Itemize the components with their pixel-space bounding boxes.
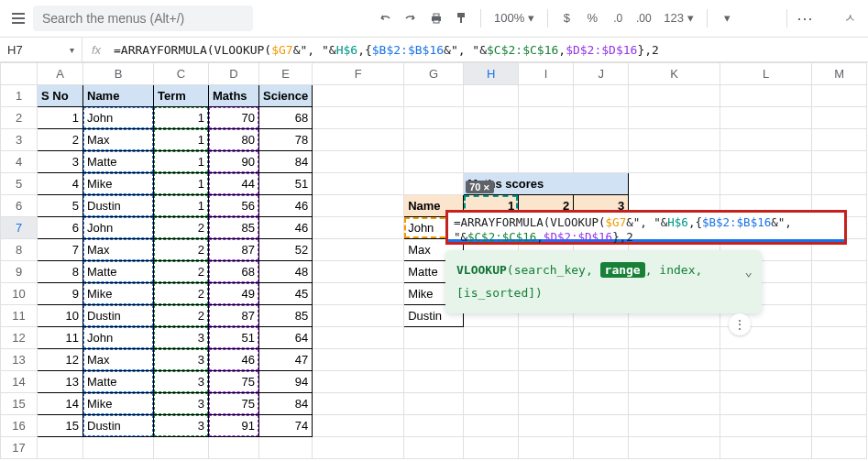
decrease-decimal-icon[interactable]: .0 [607, 7, 629, 29]
cell[interactable] [720, 437, 812, 459]
more-toolbar-icon[interactable]: ⋯ [795, 7, 817, 29]
cell[interactable]: Max [83, 239, 154, 261]
cell[interactable]: 68 [259, 107, 313, 129]
cell[interactable] [464, 437, 519, 459]
row-header[interactable]: 9 [1, 261, 38, 283]
cell[interactable]: 1 [154, 173, 209, 195]
cell[interactable] [519, 129, 574, 151]
cell[interactable] [464, 129, 519, 151]
cell[interactable]: 46 [259, 217, 313, 239]
cell[interactable] [812, 151, 867, 173]
row-5[interactable]: 54Mike14451Maths scores [1, 173, 867, 195]
cell[interactable]: Matte [83, 261, 154, 283]
cell[interactable] [313, 217, 404, 239]
cell[interactable]: 47 [259, 349, 313, 371]
cell[interactable] [720, 371, 812, 393]
cell[interactable] [464, 151, 519, 173]
cell[interactable]: 80 [209, 129, 259, 151]
cell[interactable] [313, 239, 404, 261]
cell[interactable]: 64 [259, 327, 313, 349]
cell[interactable] [404, 415, 464, 437]
cell[interactable]: 14 [38, 393, 83, 415]
cell[interactable]: 46 [209, 349, 259, 371]
cell[interactable]: 52 [259, 239, 313, 261]
cell[interactable] [313, 393, 404, 415]
cell[interactable]: 85 [209, 217, 259, 239]
row-header[interactable]: 16 [1, 415, 38, 437]
cell[interactable]: Term [154, 85, 209, 107]
cell[interactable]: 9 [38, 283, 83, 305]
cell[interactable] [404, 107, 464, 129]
row-3[interactable]: 32Max18078 [1, 129, 867, 151]
row-header[interactable]: 10 [1, 283, 38, 305]
cell[interactable] [812, 129, 867, 151]
row-header[interactable]: 11 [1, 305, 38, 327]
font-select[interactable]: ▾ [715, 11, 779, 25]
cell[interactable] [629, 107, 720, 129]
cell[interactable]: Max [83, 349, 154, 371]
search-input[interactable] [33, 5, 253, 31]
cell[interactable] [404, 393, 464, 415]
cell[interactable] [154, 437, 209, 459]
row-header[interactable]: 1 [1, 85, 38, 107]
cell[interactable]: 3 [154, 371, 209, 393]
menu-icon[interactable] [7, 7, 29, 29]
cell[interactable]: Maths [209, 85, 259, 107]
row-16[interactable]: 1615Dustin39174 [1, 415, 867, 437]
cell[interactable] [812, 371, 867, 393]
cell[interactable]: 3 [154, 393, 209, 415]
cell[interactable] [404, 349, 464, 371]
cell[interactable]: Mike [83, 173, 154, 195]
cell[interactable] [313, 195, 404, 217]
cell[interactable] [720, 393, 812, 415]
row-15[interactable]: 1514Mike37584 [1, 393, 867, 415]
cell[interactable]: 51 [259, 173, 313, 195]
cell[interactable] [464, 107, 519, 129]
cell[interactable]: 10 [38, 305, 83, 327]
cell[interactable] [519, 107, 574, 129]
cell[interactable] [720, 415, 812, 437]
row-header[interactable]: 13 [1, 349, 38, 371]
row-header[interactable]: 5 [1, 173, 38, 195]
cell[interactable] [812, 393, 867, 415]
cell[interactable] [812, 173, 867, 195]
cell[interactable] [83, 437, 154, 459]
expand-toolbar-icon[interactable]: ㅅ [839, 7, 861, 29]
cell[interactable]: 94 [259, 371, 313, 393]
increase-decimal-icon[interactable]: .00 [632, 7, 654, 29]
row-14[interactable]: 1413Matte37594 [1, 371, 867, 393]
cell[interactable] [574, 327, 629, 349]
row-header[interactable]: 17 [1, 437, 38, 459]
cell[interactable] [574, 151, 629, 173]
row-header[interactable]: 15 [1, 393, 38, 415]
cell[interactable]: John [83, 107, 154, 129]
cell[interactable]: S No [38, 85, 83, 107]
cell[interactable] [313, 283, 404, 305]
cell[interactable]: 87 [209, 305, 259, 327]
cell[interactable]: 2 [38, 129, 83, 151]
cell[interactable] [574, 415, 629, 437]
cell[interactable]: 84 [259, 151, 313, 173]
cell[interactable]: Dustin [83, 415, 154, 437]
cell[interactable] [629, 85, 720, 107]
cell[interactable]: 44 [209, 173, 259, 195]
name-box[interactable]: H7 ▾ [0, 38, 82, 61]
cell[interactable]: 1 [154, 129, 209, 151]
cell[interactable] [313, 173, 404, 195]
row-13[interactable]: 1312Max34647 [1, 349, 867, 371]
cell[interactable] [313, 261, 404, 283]
cell[interactable] [404, 371, 464, 393]
cell[interactable] [464, 327, 519, 349]
cell[interactable]: Mike [83, 393, 154, 415]
row-header[interactable]: 14 [1, 371, 38, 393]
cell[interactable] [209, 437, 259, 459]
zoom-select[interactable]: 100%▾ [489, 11, 540, 25]
cell[interactable]: Matte [83, 371, 154, 393]
cell[interactable] [313, 415, 404, 437]
cell[interactable]: 85 [259, 305, 313, 327]
cell[interactable]: 74 [259, 415, 313, 437]
column-headers[interactable]: ABCDEFGHIJKLM [1, 63, 867, 85]
cell[interactable] [464, 349, 519, 371]
cell[interactable]: 4 [38, 173, 83, 195]
cell[interactable]: 2 [154, 217, 209, 239]
